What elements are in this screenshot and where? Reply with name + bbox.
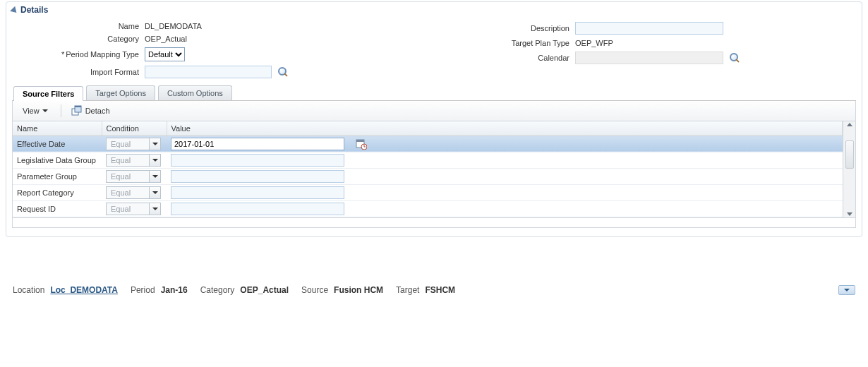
scroll-thumb[interactable] xyxy=(845,140,854,169)
grid-footer-spacer xyxy=(13,217,855,227)
row-trailing xyxy=(349,152,843,168)
status-target-value: FSHCM xyxy=(425,285,455,295)
condition-select-label: Equal xyxy=(111,205,131,213)
status-category-label: Category xyxy=(200,285,235,295)
chevron-down-icon xyxy=(42,109,48,112)
statusbar-disclosure-button[interactable] xyxy=(838,285,855,295)
condition-select[interactable]: Equal xyxy=(106,186,161,199)
svg-rect-4 xyxy=(356,140,364,142)
row-name: Request ID xyxy=(13,200,102,217)
period-mapping-type-select[interactable]: Default xyxy=(145,47,185,61)
condition-select-label: Equal xyxy=(111,140,131,148)
description-input[interactable] xyxy=(575,22,723,35)
detach-button[interactable]: Detach xyxy=(68,104,113,118)
col-header-value[interactable]: Value xyxy=(167,121,843,136)
table-row[interactable]: Effective DateEqual xyxy=(13,136,843,152)
view-menu[interactable]: View xyxy=(17,105,54,116)
row-name: Report Category xyxy=(13,184,102,200)
detach-icon xyxy=(71,105,83,116)
status-period-label: Period xyxy=(131,285,155,295)
panel-header: Details xyxy=(12,5,856,19)
svg-rect-2 xyxy=(75,106,81,107)
toolbar-separator xyxy=(61,104,61,117)
row-name: Effective Date xyxy=(13,136,102,152)
calendar-label: Calendar xyxy=(485,54,569,62)
status-location-value[interactable]: Loc_DEMODATA xyxy=(50,285,118,295)
chevron-down-icon xyxy=(844,289,850,291)
table-row[interactable]: Parameter GroupEqual xyxy=(13,168,843,184)
required-marker: * xyxy=(61,50,64,59)
detach-label: Detach xyxy=(85,107,110,115)
chevron-down-icon xyxy=(149,203,160,215)
scroll-down-icon[interactable] xyxy=(847,212,852,216)
chevron-down-icon xyxy=(149,138,160,150)
value-input[interactable] xyxy=(171,170,344,183)
row-trailing xyxy=(349,200,843,217)
chevron-down-icon xyxy=(149,171,160,182)
value-input[interactable] xyxy=(171,138,344,150)
row-trailing xyxy=(349,168,843,184)
source-filters-grid: Name Condition Value Effective DateEqual… xyxy=(13,121,843,217)
row-trailing xyxy=(349,136,843,152)
tabs: Source Filters Target Options Custom Opt… xyxy=(12,85,856,101)
condition-select-label: Equal xyxy=(111,172,131,181)
col-header-name[interactable]: Name xyxy=(13,121,102,136)
name-label: Name xyxy=(12,22,139,30)
table-row[interactable]: Report CategoryEqual xyxy=(13,184,843,200)
status-bar: Location Loc_DEMODATA Period Jan-16 Cate… xyxy=(0,243,868,302)
details-panel: Details Name DL_DEMODATA Category OEP_Ac… xyxy=(6,1,862,237)
table-row[interactable]: Request IDEqual xyxy=(13,200,843,217)
target-plan-type-label: Target Plan Type xyxy=(485,39,569,47)
vertical-scrollbar[interactable] xyxy=(843,121,855,217)
search-icon[interactable] xyxy=(729,52,740,64)
description-label: Description xyxy=(485,24,569,32)
grid-toolbar: View Detach xyxy=(13,101,855,121)
import-format-label: Import Format xyxy=(12,68,139,76)
category-label: Category xyxy=(12,35,139,43)
col-header-condition[interactable]: Condition xyxy=(102,121,167,136)
value-input[interactable] xyxy=(171,154,344,167)
condition-select-label: Equal xyxy=(111,156,131,164)
period-mapping-type-label: *Period Mapping Type xyxy=(12,50,139,59)
tab-body: View Detach xyxy=(12,101,856,228)
details-form: Name DL_DEMODATA Category OEP_Actual *Pe… xyxy=(12,19,856,85)
tab-target-options[interactable]: Target Options xyxy=(86,85,155,100)
status-target-label: Target xyxy=(396,285,419,295)
status-category-value: OEP_Actual xyxy=(240,285,289,295)
value-input[interactable] xyxy=(171,186,344,199)
tab-custom-options[interactable]: Custom Options xyxy=(158,85,232,100)
row-trailing xyxy=(349,184,843,200)
import-format-input[interactable] xyxy=(145,66,272,78)
tab-source-filters[interactable]: Source Filters xyxy=(13,86,83,101)
condition-select[interactable]: Equal xyxy=(106,203,161,215)
value-input[interactable] xyxy=(171,203,344,215)
disclosure-triangle-icon[interactable] xyxy=(10,6,19,16)
panel-title: Details xyxy=(20,5,48,15)
condition-select[interactable]: Equal xyxy=(106,138,161,150)
table-row[interactable]: Legislative Data GroupEqual xyxy=(13,152,843,168)
status-source-value: Fusion HCM xyxy=(334,285,383,295)
calendar-input xyxy=(575,52,723,64)
search-icon[interactable] xyxy=(277,66,289,78)
category-value: OEP_Actual xyxy=(145,35,187,43)
condition-select[interactable]: Equal xyxy=(106,154,161,167)
condition-select[interactable]: Equal xyxy=(106,170,161,183)
status-location-label: Location xyxy=(13,285,44,295)
date-picker-icon[interactable] xyxy=(356,138,367,150)
chevron-down-icon xyxy=(149,187,160,198)
row-name: Legislative Data Group xyxy=(13,152,102,168)
name-value: DL_DEMODATA xyxy=(145,22,202,30)
scroll-up-icon[interactable] xyxy=(847,123,852,126)
target-plan-type-value: OEP_WFP xyxy=(575,39,613,47)
row-name: Parameter Group xyxy=(13,168,102,184)
status-period-value: Jan-16 xyxy=(161,285,188,295)
view-menu-label: View xyxy=(23,107,40,115)
condition-select-label: Equal xyxy=(111,188,131,197)
status-source-label: Source xyxy=(301,285,328,295)
chevron-down-icon xyxy=(149,155,160,166)
